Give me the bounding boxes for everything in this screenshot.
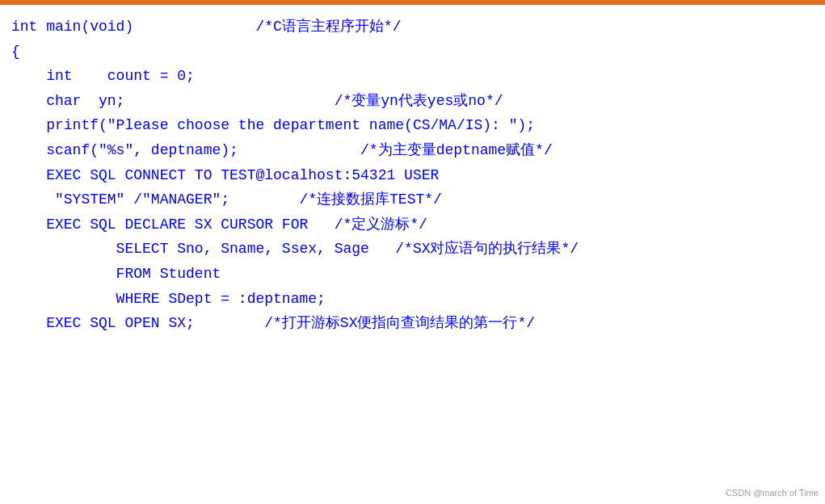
code-line-line8: "SYSTEM" /"MANAGER"; /*连接数据库TEST*/: [11, 187, 814, 212]
code-line-line4: char yn; /*变量yn代表yes或no*/: [11, 89, 814, 114]
code-line-line6: scanf("%s", deptname); /*为主变量deptname赋值*…: [11, 138, 814, 163]
code-line-line10: SELECT Sno, Sname, Ssex, Sage /*SX对应语句的执…: [11, 237, 814, 262]
code-line-line9: EXEC SQL DECLARE SX CURSOR FOR /*定义游标*/: [11, 212, 814, 237]
code-container: int main(void) /*C语言主程序开始*/{ int count =…: [0, 5, 825, 346]
code-line-line2: {: [11, 40, 814, 65]
watermark: CSDN @march of Time: [726, 488, 819, 498]
code-line-line7: EXEC SQL CONNECT TO TEST@localhost:54321…: [11, 163, 814, 188]
code-line-line3: int count = 0;: [11, 64, 814, 89]
code-line-line12: WHERE SDept = :deptname;: [11, 287, 814, 312]
code-line-line11: FROM Student: [11, 262, 814, 287]
code-line-line5: printf("Please choose the department nam…: [11, 113, 814, 138]
code-line-line13: EXEC SQL OPEN SX; /*打开游标SX便指向查询结果的第一行*/: [11, 311, 814, 336]
code-line-line1: int main(void) /*C语言主程序开始*/: [11, 15, 814, 40]
